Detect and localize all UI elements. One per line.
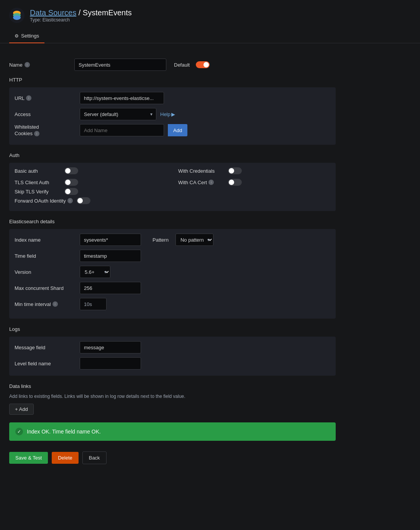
main-content: Name i Default HTTP URL i http://system-… (0, 43, 345, 473)
min-time-row: Min time interval i (15, 298, 330, 310)
add-cookie-button[interactable]: Add (168, 124, 187, 136)
pattern-select-wrapper: No pattern Hourly Daily Weekly Monthly Y… (176, 234, 213, 246)
message-field-label: Message field (15, 345, 76, 350)
skip-tls-toggle[interactable] (64, 188, 78, 195)
message-field-input[interactable] (80, 341, 141, 353)
whitelisted-cookies-input[interactable] (80, 124, 164, 136)
level-field-row: Level field name (15, 357, 330, 370)
page-title: Data Sources / SystemEvents (30, 8, 132, 17)
access-row: Access Server (default) Browser (direct)… (15, 108, 330, 120)
whitelisted-row: Whitelisted Cookies i Add (15, 124, 330, 136)
logs-section-title: Logs (9, 326, 336, 332)
help-link[interactable]: Help ▶ (160, 111, 175, 117)
basic-auth-label: Basic auth (15, 168, 61, 174)
status-bar: ✓ Index OK. Time field name OK. (9, 422, 336, 441)
version-label: Version (15, 269, 76, 275)
tls-client-label: TLS Client Auth (15, 180, 61, 185)
basic-auth-toggle[interactable] (64, 167, 78, 174)
max-shard-label: Max concurrent Shard (15, 285, 76, 291)
page-header: Data Sources / SystemEvents Type: Elasti… (0, 0, 420, 29)
pattern-label: Pattern (153, 237, 169, 243)
es-section-box: Index name Pattern No pattern Hourly Dai… (9, 229, 336, 319)
min-time-input[interactable] (80, 298, 107, 310)
skip-tls-label: Skip TLS Verify (15, 189, 61, 195)
version-select-wrapper: 2.x 5.x 5.6+ 6.0+ 7.0+ ▼ (80, 266, 110, 278)
status-message: Index OK. Time field name OK. (27, 429, 101, 435)
tab-settings[interactable]: ⚙ Settings (9, 29, 44, 43)
basic-auth-row: Basic auth (15, 167, 167, 174)
delete-button[interactable]: Delete (52, 452, 79, 464)
tabs-bar: ⚙ Settings (0, 29, 420, 43)
max-shard-row: Max concurrent Shard (15, 282, 330, 294)
es-section-title: Elasticsearch details (9, 219, 336, 224)
header-text: Data Sources / SystemEvents Type: Elasti… (30, 8, 132, 23)
time-field-row: Time field (15, 250, 330, 262)
url-row: URL i http://system-events-elasticse... (15, 92, 330, 104)
http-section-title: HTTP (9, 77, 336, 83)
svg-point-3 (13, 15, 21, 20)
tls-client-row: TLS Client Auth (15, 179, 167, 186)
back-button[interactable]: Back (82, 451, 107, 464)
save-test-button[interactable]: Save & Test (9, 452, 48, 464)
time-field-label: Time field (15, 253, 76, 259)
action-row: Save & Test Delete Back (9, 451, 336, 464)
index-name-label: Index name (15, 237, 76, 243)
name-info-icon[interactable]: i (25, 62, 30, 67)
add-data-link-button[interactable]: + Add (9, 404, 34, 415)
min-time-label: Min time interval i (15, 301, 76, 307)
data-links-title: Data links (9, 383, 336, 389)
time-field-input[interactable] (80, 250, 141, 262)
version-row: Version 2.x 5.x 5.6+ 6.0+ 7.0+ ▼ (15, 266, 330, 278)
with-ca-cert-label: With CA Cert i (178, 180, 224, 185)
with-credentials-label: With Credentials (178, 168, 224, 174)
ca-cert-info-icon[interactable]: i (208, 180, 214, 185)
auth-section-box: Basic auth With Credentials TLS Client A… (9, 163, 336, 211)
datasources-link[interactable]: Data Sources (30, 8, 76, 17)
data-links-section: Data links Add links to existing fields.… (9, 383, 336, 415)
whitelisted-label: Whitelisted Cookies i (15, 124, 76, 136)
name-label: Name i (9, 62, 71, 68)
name-row: Name i Default (9, 59, 336, 71)
index-name-input[interactable] (80, 234, 141, 246)
level-field-input[interactable] (80, 357, 141, 370)
url-label: URL i (15, 95, 76, 101)
default-label: Default (174, 62, 190, 68)
min-time-info-icon[interactable]: i (52, 301, 58, 307)
pattern-select[interactable]: No pattern Hourly Daily Weekly Monthly Y… (176, 234, 213, 246)
auth-section-title: Auth (9, 152, 336, 158)
data-links-description: Add links to existing fields. Links will… (9, 394, 336, 399)
forward-oauth-info-icon[interactable]: i (67, 198, 73, 203)
auth-grid: Basic auth With Credentials TLS Client A… (15, 167, 330, 188)
name-input[interactable] (74, 59, 166, 71)
grafana-logo (9, 8, 25, 23)
access-select-wrapper: Server (default) Browser (direct) ▼ (80, 108, 156, 120)
with-ca-cert-row: With CA Cert i (178, 179, 330, 186)
url-display: http://system-events-elasticse... (80, 92, 164, 104)
cookies-info-icon[interactable]: i (34, 131, 39, 136)
with-credentials-toggle[interactable] (228, 167, 242, 174)
forward-oauth-toggle[interactable] (77, 197, 90, 204)
index-name-row: Index name Pattern No pattern Hourly Dai… (15, 234, 330, 246)
help-arrow-icon: ▶ (171, 111, 175, 117)
datasource-type: Type: Elasticsearch (30, 17, 132, 23)
ca-cert-toggle[interactable] (228, 179, 242, 186)
http-section-box: URL i http://system-events-elasticse... … (9, 87, 336, 145)
logs-section-box: Message field Level field name (9, 337, 336, 376)
level-field-label: Level field name (15, 361, 76, 366)
url-info-icon[interactable]: i (26, 95, 31, 101)
settings-tab-icon: ⚙ (15, 33, 19, 39)
skip-tls-row: Skip TLS Verify (15, 188, 330, 195)
max-shard-input[interactable] (80, 282, 141, 294)
access-select[interactable]: Server (default) Browser (direct) (80, 108, 156, 120)
access-label: Access (15, 111, 76, 117)
status-check-icon: ✓ (15, 428, 23, 435)
tls-client-toggle[interactable] (64, 179, 78, 186)
settings-tab-label: Settings (21, 33, 39, 39)
default-toggle[interactable] (196, 61, 210, 68)
version-select[interactable]: 2.x 5.x 5.6+ 6.0+ 7.0+ (80, 266, 110, 278)
message-field-row: Message field (15, 341, 330, 353)
forward-oauth-label: Forward OAuth Identity i (15, 198, 73, 204)
forward-oauth-row: Forward OAuth Identity i (15, 197, 330, 204)
with-credentials-row: With Credentials (178, 167, 330, 174)
